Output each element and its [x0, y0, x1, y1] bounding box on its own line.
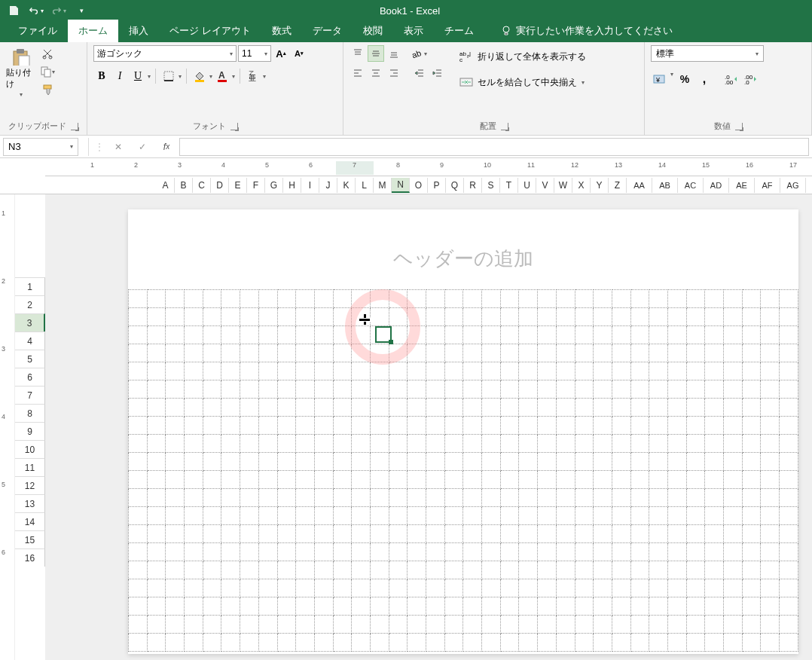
row-header-12[interactable]: 12: [15, 476, 45, 494]
undo-icon[interactable]: ▾: [29, 3, 44, 18]
tab-page-layout[interactable]: ページ レイアウト: [159, 20, 261, 42]
accounting-format-button[interactable]: ¥: [651, 71, 667, 87]
column-header-AE[interactable]: AE: [729, 178, 755, 193]
align-top-button[interactable]: [350, 45, 366, 62]
column-header-X[interactable]: X: [572, 178, 591, 193]
increase-font-button[interactable]: A▴: [273, 45, 289, 62]
row-header-6[interactable]: 6: [15, 368, 45, 386]
row-header-7[interactable]: 7: [15, 386, 45, 404]
wrap-text-button[interactable]: abc 折り返して全体を表示する: [455, 45, 591, 68]
sheet-viewport[interactable]: ヘッダーの追加: [45, 194, 812, 660]
row-header-13[interactable]: 13: [15, 494, 45, 512]
increase-indent-button[interactable]: [429, 65, 446, 81]
active-cell[interactable]: [375, 326, 392, 343]
column-header-AA[interactable]: AA: [627, 178, 652, 193]
formula-input[interactable]: [179, 138, 809, 156]
row-header-5[interactable]: 5: [15, 350, 45, 368]
column-header-G[interactable]: G: [265, 178, 283, 193]
tab-file[interactable]: ファイル: [8, 20, 68, 42]
column-header-E[interactable]: E: [229, 178, 247, 193]
row-header-1[interactable]: 1: [15, 277, 45, 295]
row-header-11[interactable]: 11: [15, 458, 45, 476]
column-header-Z[interactable]: Z: [609, 178, 627, 193]
tab-review[interactable]: 校閲: [353, 20, 393, 42]
column-header-B[interactable]: B: [175, 178, 193, 193]
column-header-P[interactable]: P: [428, 178, 446, 193]
copy-button[interactable]: ▾: [39, 63, 56, 80]
clipboard-launcher[interactable]: [71, 123, 78, 130]
column-header-AC[interactable]: AC: [678, 178, 704, 193]
tab-data[interactable]: データ: [302, 20, 353, 42]
align-bottom-button[interactable]: [386, 45, 402, 62]
column-header-F[interactable]: F: [247, 178, 265, 193]
comma-button[interactable]: ,: [696, 71, 713, 87]
font-size-selector[interactable]: 11▾: [238, 45, 271, 62]
save-icon[interactable]: [6, 3, 21, 18]
column-header-V[interactable]: V: [536, 178, 554, 193]
cell-grid[interactable]: [128, 289, 798, 654]
decrease-indent-button[interactable]: [411, 65, 428, 81]
merge-center-button[interactable]: セルを結合して中央揃え ▾: [455, 71, 591, 93]
paste-button[interactable]: 貼り付け ▾: [6, 45, 36, 98]
increase-decimal-button[interactable]: .0.00: [723, 71, 740, 87]
align-right-button[interactable]: [386, 65, 402, 81]
percent-button[interactable]: %: [676, 71, 693, 87]
vertical-ruler[interactable]: 123456: [0, 194, 15, 660]
bold-button[interactable]: B: [93, 68, 110, 84]
row-header-3[interactable]: 3: [15, 313, 45, 332]
column-header-AG[interactable]: AG: [780, 178, 806, 193]
column-header-AD[interactable]: AD: [704, 178, 729, 193]
column-header-R[interactable]: R: [464, 178, 482, 193]
column-header-U[interactable]: U: [518, 178, 536, 193]
column-header-T[interactable]: T: [500, 178, 518, 193]
horizontal-ruler[interactable]: 1234567891011121314151617: [45, 161, 812, 176]
font-color-button[interactable]: A: [214, 68, 230, 84]
align-center-button[interactable]: [368, 65, 384, 81]
row-header-16[interactable]: 16: [15, 548, 45, 567]
column-header-Q[interactable]: Q: [446, 178, 464, 193]
row-header-14[interactable]: 14: [15, 512, 45, 530]
column-header-D[interactable]: D: [211, 178, 229, 193]
column-header-K[interactable]: K: [337, 178, 356, 193]
row-header-10[interactable]: 10: [15, 440, 45, 458]
font-launcher[interactable]: [230, 123, 238, 130]
redo-icon[interactable]: ▾: [51, 3, 66, 18]
tab-formulas[interactable]: 数式: [261, 20, 302, 42]
column-header-N[interactable]: N: [392, 178, 410, 193]
format-painter-button[interactable]: [39, 81, 56, 98]
phonetic-button[interactable]: ア亜: [245, 68, 261, 84]
number-format-selector[interactable]: 標準▾: [651, 45, 764, 62]
tell-me-search[interactable]: 実行したい作業を入力してください: [493, 20, 680, 42]
column-header-C[interactable]: C: [193, 178, 211, 193]
fill-color-button[interactable]: [191, 68, 208, 84]
header-placeholder[interactable]: ヘッダーの追加: [128, 209, 798, 280]
enter-formula-button[interactable]: ✓: [133, 138, 152, 156]
decrease-decimal-button[interactable]: .00.0: [743, 71, 759, 87]
tab-home[interactable]: ホーム: [68, 20, 118, 42]
column-header-Y[interactable]: Y: [591, 178, 609, 193]
column-header-S[interactable]: S: [482, 178, 500, 193]
font-name-selector[interactable]: 游ゴシック▾: [93, 45, 237, 62]
column-header-W[interactable]: W: [554, 178, 572, 193]
cut-button[interactable]: [39, 45, 56, 62]
tab-insert[interactable]: 挿入: [118, 20, 159, 42]
row-header-2[interactable]: 2: [15, 295, 45, 313]
column-header-L[interactable]: L: [356, 178, 374, 193]
qat-customize-icon[interactable]: ▾: [74, 3, 89, 18]
borders-button[interactable]: [160, 68, 177, 84]
orientation-button[interactable]: ab▾: [411, 45, 428, 62]
underline-button[interactable]: U: [130, 68, 146, 84]
name-box[interactable]: N3▾: [3, 138, 78, 156]
column-header-I[interactable]: I: [301, 178, 319, 193]
cancel-formula-button[interactable]: ✕: [108, 138, 128, 156]
row-header-9[interactable]: 9: [15, 422, 45, 440]
tab-team[interactable]: チーム: [434, 20, 484, 42]
align-middle-button[interactable]: [368, 45, 384, 62]
row-header-8[interactable]: 8: [15, 404, 45, 422]
tab-view[interactable]: 表示: [393, 20, 434, 42]
decrease-font-button[interactable]: A▾: [291, 45, 307, 62]
row-header-15[interactable]: 15: [15, 530, 45, 548]
insert-function-button[interactable]: fx: [157, 138, 176, 156]
column-header-AF[interactable]: AF: [755, 178, 780, 193]
column-header-J[interactable]: J: [319, 178, 337, 193]
